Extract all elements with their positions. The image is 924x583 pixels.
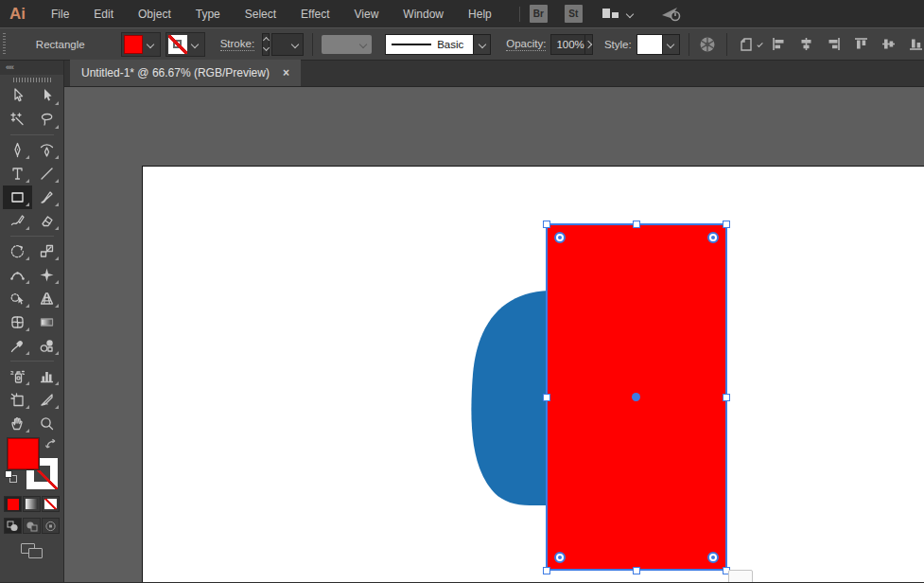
direct-selection-tool[interactable]	[32, 84, 61, 108]
menu-type[interactable]: Type	[183, 8, 233, 21]
workspace-chevron-icon[interactable]	[625, 9, 633, 17]
mesh-tool[interactable]	[3, 310, 32, 334]
align-right-icon[interactable]	[826, 36, 842, 52]
opacity-input[interactable]: 100%	[550, 34, 584, 55]
canvas[interactable]	[64, 87, 924, 582]
share-icon[interactable]	[657, 5, 686, 24]
tool-divider	[10, 361, 54, 362]
fill-color-dropdown[interactable]	[121, 32, 161, 57]
width-tool[interactable]	[3, 263, 32, 287]
tab-close-icon[interactable]: ×	[283, 66, 289, 80]
menu-window[interactable]: Window	[391, 8, 456, 21]
collapse-panel-button[interactable]: ««	[0, 61, 63, 75]
align-top-icon[interactable]	[853, 36, 869, 52]
screen-mode-button[interactable]	[21, 543, 44, 559]
style-dropdown[interactable]	[636, 34, 680, 55]
gradient-button[interactable]	[23, 496, 41, 512]
slice-tool[interactable]	[32, 388, 61, 412]
selection-tool[interactable]	[3, 84, 32, 108]
align-left-icon[interactable]	[771, 36, 787, 52]
artboard-tool[interactable]	[3, 388, 32, 412]
gradient-tool[interactable]	[32, 310, 61, 334]
handle-top-right[interactable]	[723, 221, 730, 228]
scale-tool[interactable]	[32, 239, 61, 263]
handle-bottom-center[interactable]	[633, 567, 640, 574]
stroke-label[interactable]: Stroke:	[220, 38, 254, 51]
blend-tool[interactable]	[32, 334, 61, 358]
panel-grip[interactable]	[0, 75, 63, 84]
opacity-expand-button[interactable]	[585, 34, 593, 55]
handle-bottom-left[interactable]	[543, 567, 550, 574]
document-setup-icon[interactable]	[736, 36, 757, 53]
align-center-horizontal-icon[interactable]	[798, 36, 814, 52]
chevron-down-icon[interactable]	[757, 41, 763, 47]
recolor-artwork-icon[interactable]	[697, 36, 718, 53]
handle-top-center[interactable]	[633, 221, 640, 228]
color-button[interactable]	[4, 496, 22, 512]
corner-widget[interactable]	[707, 232, 719, 243]
rotate-tool[interactable]	[3, 239, 32, 263]
corner-widget[interactable]	[554, 552, 566, 563]
align-center-vertical-icon[interactable]	[880, 36, 897, 52]
zoom-tool[interactable]	[32, 412, 61, 435]
center-point-handle[interactable]	[632, 393, 640, 401]
stroke-weight-dropdown[interactable]	[271, 33, 304, 56]
swap-fill-stroke-icon[interactable]	[44, 437, 59, 454]
document-tab[interactable]: Untitled-1* @ 66.67% (RGB/Preview) ×	[70, 60, 301, 86]
menu-select[interactable]: Select	[233, 8, 288, 21]
corner-widget[interactable]	[554, 232, 566, 243]
stepper-down-icon[interactable]	[263, 44, 270, 51]
bridge-button[interactable]: Br	[530, 5, 548, 23]
puppet-warp-tool[interactable]	[32, 263, 61, 287]
eyedropper-tool[interactable]	[3, 334, 32, 358]
column-graph-tool[interactable]	[32, 364, 61, 388]
handle-top-left[interactable]	[543, 221, 550, 228]
control-bar-grip[interactable]	[3, 33, 6, 56]
stroke-color-dropdown[interactable]	[166, 32, 205, 57]
draw-normal-button[interactable]	[4, 518, 22, 534]
type-tool[interactable]	[3, 162, 32, 186]
curvature-tool[interactable]	[32, 138, 61, 162]
draw-inside-button[interactable]	[42, 518, 60, 534]
opacity-label[interactable]: Opacity:	[506, 38, 546, 51]
fill-color-swatch[interactable]	[124, 35, 143, 54]
fill-color-indicator[interactable]	[8, 438, 39, 469]
menu-file[interactable]: File	[39, 8, 81, 21]
draw-behind-button[interactable]	[23, 518, 41, 534]
work-area: Untitled-1* @ 66.67% (RGB/Preview) ×	[64, 61, 924, 582]
align-bottom-icon[interactable]	[908, 36, 924, 52]
chevron-down-icon	[478, 40, 485, 47]
stroke-color-swatch[interactable]	[168, 35, 187, 54]
menu-effect[interactable]: Effect	[288, 8, 341, 21]
eraser-tool[interactable]	[32, 209, 61, 233]
lasso-tool[interactable]	[32, 108, 61, 132]
tool-divider	[10, 134, 54, 135]
style-label[interactable]: Style:	[604, 39, 632, 50]
hand-tool[interactable]	[3, 412, 32, 435]
rectangle-tool[interactable]	[3, 186, 32, 209]
blue-blob-shape[interactable]	[64, 87, 924, 582]
pen-tool[interactable]	[3, 138, 32, 162]
brush-definition-dropdown[interactable]: Basic	[385, 34, 491, 55]
context-label: Rectangle	[36, 39, 85, 50]
none-button[interactable]	[42, 496, 60, 512]
menu-edit[interactable]: Edit	[81, 8, 126, 21]
symbol-sprayer-tool[interactable]	[3, 364, 32, 388]
shaper-tool[interactable]	[3, 209, 32, 233]
line-segment-tool[interactable]	[32, 162, 61, 186]
magic-wand-tool[interactable]	[3, 108, 32, 132]
shape-builder-tool[interactable]	[3, 287, 32, 310]
menu-object[interactable]: Object	[126, 8, 183, 21]
stock-button[interactable]: St	[565, 5, 583, 23]
handle-middle-left[interactable]	[543, 394, 550, 401]
workspace-switcher-icon[interactable]	[600, 7, 621, 21]
handle-middle-right[interactable]	[723, 394, 730, 401]
perspective-grid-tool[interactable]	[32, 287, 61, 310]
stroke-weight-stepper[interactable]	[262, 33, 270, 56]
paintbrush-tool[interactable]	[32, 186, 61, 209]
menu-view[interactable]: View	[342, 8, 392, 21]
corner-widget[interactable]	[707, 552, 719, 563]
default-fill-stroke-icon[interactable]	[5, 470, 17, 483]
stepper-up-icon[interactable]	[263, 37, 270, 44]
menu-help[interactable]: Help	[456, 8, 504, 21]
